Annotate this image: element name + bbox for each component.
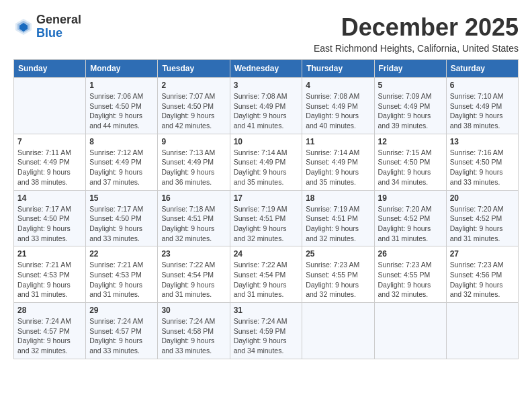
logo-text: General Blue [36, 13, 81, 40]
calendar-cell: 24Sunrise: 7:22 AMSunset: 4:54 PMDayligh… [230, 246, 302, 303]
calendar-cell: 14Sunrise: 7:17 AMSunset: 4:50 PMDayligh… [14, 190, 86, 246]
calendar-cell: 8Sunrise: 7:12 AMSunset: 4:49 PMDaylight… [86, 134, 158, 190]
day-number: 19 [378, 193, 443, 203]
calendar-week-row: 21Sunrise: 7:21 AMSunset: 4:53 PMDayligh… [14, 246, 519, 303]
day-info: Sunrise: 7:17 AMSunset: 4:50 PMDaylight:… [89, 204, 154, 244]
calendar-cell [302, 303, 374, 359]
day-number: 7 [17, 137, 82, 146]
logo: General Blue [13, 13, 81, 40]
logo-general-text: General [36, 13, 81, 26]
weekday-header-row: SundayMondayTuesdayWednesdayThursdayFrid… [14, 60, 519, 78]
location-text: East Richmond Heights, California, Unite… [314, 43, 519, 54]
calendar-cell: 11Sunrise: 7:14 AMSunset: 4:49 PMDayligh… [302, 134, 374, 190]
calendar-cell: 3Sunrise: 7:08 AMSunset: 4:49 PMDaylight… [230, 78, 302, 134]
day-info: Sunrise: 7:14 AMSunset: 4:49 PMDaylight:… [234, 148, 299, 187]
day-info: Sunrise: 7:07 AMSunset: 4:50 PMDaylight:… [161, 91, 226, 131]
day-number: 9 [161, 137, 226, 146]
day-number: 11 [306, 137, 370, 146]
calendar-cell: 10Sunrise: 7:14 AMSunset: 4:49 PMDayligh… [230, 134, 302, 190]
day-number: 22 [89, 249, 154, 259]
day-number: 2 [161, 81, 226, 90]
calendar-cell: 16Sunrise: 7:18 AMSunset: 4:51 PMDayligh… [158, 190, 230, 246]
day-number: 25 [306, 249, 370, 259]
calendar-cell: 2Sunrise: 7:07 AMSunset: 4:50 PMDaylight… [158, 78, 230, 134]
calendar-cell [14, 78, 86, 134]
day-info: Sunrise: 7:22 AMSunset: 4:54 PMDaylight:… [234, 260, 299, 300]
day-info: Sunrise: 7:16 AMSunset: 4:50 PMDaylight:… [450, 148, 515, 187]
day-info: Sunrise: 7:24 AMSunset: 4:57 PMDaylight:… [17, 316, 82, 356]
calendar-cell: 19Sunrise: 7:20 AMSunset: 4:52 PMDayligh… [374, 190, 446, 246]
day-number: 24 [234, 249, 299, 259]
logo-blue-text: Blue [36, 26, 62, 40]
day-info: Sunrise: 7:24 AMSunset: 4:58 PMDaylight:… [161, 316, 226, 356]
day-info: Sunrise: 7:24 AMSunset: 4:59 PMDaylight:… [234, 316, 299, 356]
weekday-header-saturday: Saturday [446, 60, 518, 78]
calendar-cell: 25Sunrise: 7:23 AMSunset: 4:55 PMDayligh… [302, 246, 374, 303]
calendar-cell: 30Sunrise: 7:24 AMSunset: 4:58 PMDayligh… [158, 303, 230, 359]
calendar-cell: 23Sunrise: 7:22 AMSunset: 4:54 PMDayligh… [158, 246, 230, 303]
day-number: 29 [89, 306, 154, 315]
day-number: 31 [234, 306, 299, 315]
calendar-cell: 20Sunrise: 7:20 AMSunset: 4:52 PMDayligh… [446, 190, 518, 246]
weekday-header-thursday: Thursday [302, 60, 374, 78]
day-info: Sunrise: 7:22 AMSunset: 4:54 PMDaylight:… [161, 260, 226, 300]
day-number: 16 [161, 193, 226, 203]
calendar-cell: 31Sunrise: 7:24 AMSunset: 4:59 PMDayligh… [230, 303, 302, 359]
logo-icon [13, 17, 34, 37]
day-number: 17 [234, 193, 299, 203]
calendar-cell: 28Sunrise: 7:24 AMSunset: 4:57 PMDayligh… [14, 303, 86, 359]
calendar-cell: 5Sunrise: 7:09 AMSunset: 4:49 PMDaylight… [374, 78, 446, 134]
calendar-week-row: 1Sunrise: 7:06 AMSunset: 4:50 PMDaylight… [14, 78, 519, 134]
day-number: 14 [17, 193, 82, 203]
calendar-cell: 26Sunrise: 7:23 AMSunset: 4:55 PMDayligh… [374, 246, 446, 303]
calendar-cell: 17Sunrise: 7:19 AMSunset: 4:51 PMDayligh… [230, 190, 302, 246]
day-info: Sunrise: 7:21 AMSunset: 4:53 PMDaylight:… [89, 260, 154, 300]
day-number: 20 [450, 193, 515, 203]
day-number: 3 [234, 81, 299, 90]
weekday-header-tuesday: Tuesday [158, 60, 230, 78]
calendar-cell: 4Sunrise: 7:08 AMSunset: 4:49 PMDaylight… [302, 78, 374, 134]
page-header: General Blue December 2025 East Richmond… [13, 13, 519, 54]
day-info: Sunrise: 7:20 AMSunset: 4:52 PMDaylight:… [378, 204, 443, 244]
day-number: 23 [161, 249, 226, 259]
weekday-header-wednesday: Wednesday [230, 60, 302, 78]
calendar-cell: 21Sunrise: 7:21 AMSunset: 4:53 PMDayligh… [14, 246, 86, 303]
day-info: Sunrise: 7:17 AMSunset: 4:50 PMDaylight:… [17, 204, 82, 244]
calendar-cell: 7Sunrise: 7:11 AMSunset: 4:49 PMDaylight… [14, 134, 86, 190]
calendar-cell: 12Sunrise: 7:15 AMSunset: 4:50 PMDayligh… [374, 134, 446, 190]
day-number: 5 [378, 81, 443, 90]
day-info: Sunrise: 7:08 AMSunset: 4:49 PMDaylight:… [234, 91, 299, 131]
calendar-cell: 18Sunrise: 7:19 AMSunset: 4:51 PMDayligh… [302, 190, 374, 246]
weekday-header-monday: Monday [86, 60, 158, 78]
calendar-table: SundayMondayTuesdayWednesdayThursdayFrid… [13, 59, 519, 359]
calendar-cell [374, 303, 446, 359]
day-info: Sunrise: 7:14 AMSunset: 4:49 PMDaylight:… [306, 148, 370, 187]
day-info: Sunrise: 7:19 AMSunset: 4:51 PMDaylight:… [306, 204, 370, 244]
calendar-cell [446, 303, 518, 359]
day-number: 21 [17, 249, 82, 259]
calendar-cell: 15Sunrise: 7:17 AMSunset: 4:50 PMDayligh… [86, 190, 158, 246]
day-number: 1 [89, 81, 154, 90]
day-info: Sunrise: 7:06 AMSunset: 4:50 PMDaylight:… [89, 91, 154, 131]
day-info: Sunrise: 7:11 AMSunset: 4:49 PMDaylight:… [17, 148, 82, 187]
calendar-cell: 22Sunrise: 7:21 AMSunset: 4:53 PMDayligh… [86, 246, 158, 303]
day-number: 8 [89, 137, 154, 146]
day-info: Sunrise: 7:23 AMSunset: 4:55 PMDaylight:… [378, 260, 443, 300]
day-info: Sunrise: 7:24 AMSunset: 4:57 PMDaylight:… [89, 316, 154, 356]
day-info: Sunrise: 7:08 AMSunset: 4:49 PMDaylight:… [306, 91, 370, 131]
day-info: Sunrise: 7:12 AMSunset: 4:49 PMDaylight:… [89, 148, 154, 187]
day-number: 6 [450, 81, 515, 90]
day-number: 18 [306, 193, 370, 203]
day-info: Sunrise: 7:23 AMSunset: 4:56 PMDaylight:… [450, 260, 515, 300]
day-info: Sunrise: 7:09 AMSunset: 4:49 PMDaylight:… [378, 91, 443, 131]
day-number: 27 [450, 249, 515, 259]
calendar-cell: 13Sunrise: 7:16 AMSunset: 4:50 PMDayligh… [446, 134, 518, 190]
day-number: 30 [161, 306, 226, 315]
day-info: Sunrise: 7:21 AMSunset: 4:53 PMDaylight:… [17, 260, 82, 300]
calendar-cell: 6Sunrise: 7:10 AMSunset: 4:49 PMDaylight… [446, 78, 518, 134]
calendar-week-row: 14Sunrise: 7:17 AMSunset: 4:50 PMDayligh… [14, 190, 519, 246]
day-number: 4 [306, 81, 370, 90]
day-number: 13 [450, 137, 515, 146]
weekday-header-friday: Friday [374, 60, 446, 78]
day-number: 28 [17, 306, 82, 315]
